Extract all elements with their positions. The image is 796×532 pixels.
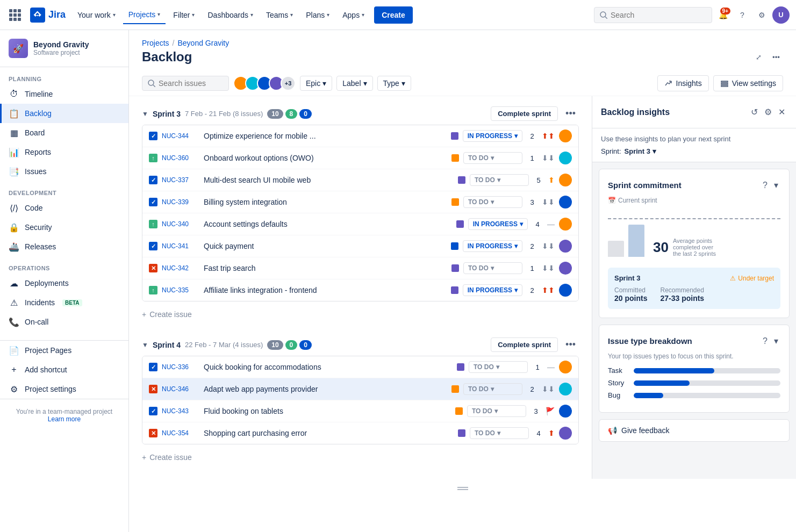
table-row[interactable]: ✓ NUC-339 Billing system integration TO … (142, 191, 578, 213)
issue-key[interactable]: NUC-342 (162, 264, 199, 272)
issue-summary[interactable]: Shopping cart purchasing error (204, 429, 454, 437)
sidebar-item-code[interactable]: ⟨/⟩ Code (0, 198, 128, 218)
status-badge[interactable]: IN PROGRESS ▾ (463, 284, 522, 296)
issue-search-input[interactable] (159, 79, 223, 88)
create-button[interactable]: Create (374, 6, 413, 24)
sprint4-create-issue-button[interactable]: + Create issue (142, 449, 579, 466)
table-row[interactable]: ✓ NUC-344 Optimize experience for mobile… (142, 125, 578, 147)
status-badge[interactable]: TO DO ▾ (470, 174, 529, 186)
nav-plans[interactable]: Plans ▾ (300, 6, 335, 24)
status-badge[interactable]: IN PROGRESS ▾ (468, 218, 528, 230)
app-switcher-icon[interactable] (6, 6, 24, 24)
nav-apps[interactable]: Apps ▾ (337, 6, 370, 24)
sidebar-item-project-pages[interactable]: 📄 Project Pages (0, 341, 128, 360)
issue-summary[interactable]: Quick payment (204, 242, 447, 250)
issue-key[interactable]: NUC-341 (162, 242, 199, 250)
issue-key[interactable]: NUC-336 (162, 363, 199, 371)
table-row[interactable]: ✓ NUC-337 Multi-dest search UI mobile we… (142, 169, 578, 191)
sidebar-item-add-shortcut[interactable]: + Add shortcut (0, 360, 128, 379)
insights-sprint-select[interactable]: Sprint 3 ▾ (625, 147, 656, 155)
issue-key[interactable]: NUC-344 (162, 132, 199, 140)
logo[interactable]: Jira (30, 8, 66, 23)
sidebar-item-releases[interactable]: 🚢 Releases (0, 237, 128, 256)
sidebar-item-project-settings[interactable]: ⚙ Project settings (0, 379, 128, 399)
sidebar-project[interactable]: 🚀 Beyond Gravity Software project (0, 30, 128, 67)
sidebar-item-security[interactable]: 🔒 Security (0, 218, 128, 237)
commitment-help-button[interactable]: ? (761, 178, 770, 192)
sprint3-complete-button[interactable]: Complete sprint (491, 106, 558, 121)
table-row[interactable]: ↑ NUC-340 Account settings defaults IN P… (142, 213, 578, 235)
issue-key[interactable]: NUC-335 (162, 286, 199, 294)
status-badge[interactable]: IN PROGRESS ▾ (463, 240, 522, 252)
status-badge[interactable]: TO DO ▾ (463, 383, 522, 395)
resize-handle[interactable] (129, 479, 796, 498)
expand-button[interactable]: ⤢ (752, 50, 765, 64)
search-input[interactable] (611, 11, 697, 19)
feedback-button[interactable]: 📢 Give feedback (599, 419, 790, 442)
table-row[interactable]: ↑ NUC-335 Affiliate links integration - … (142, 279, 578, 301)
issue-summary[interactable]: Billing system integration (204, 198, 447, 206)
epic-filter[interactable]: Epic ▾ (300, 76, 332, 91)
table-row[interactable]: ✕ NUC-354 Shopping cart purchasing error… (142, 422, 578, 444)
status-badge[interactable]: TO DO ▾ (463, 196, 522, 208)
more-options-button[interactable]: ••• (769, 50, 783, 64)
table-row[interactable]: ✓ NUC-343 Fluid booking on tablets TO DO… (142, 400, 578, 422)
sprint3-create-issue-button[interactable]: + Create issue (142, 306, 579, 323)
help-button[interactable]: ? (734, 6, 751, 24)
notifications-button[interactable]: 🔔 9+ (714, 6, 732, 24)
breakdown-help-button[interactable]: ? (761, 334, 770, 348)
sidebar-item-issues[interactable]: 📑 Issues (0, 162, 128, 181)
user-avatar[interactable]: U (772, 6, 790, 24)
sidebar-item-deployments[interactable]: ☁ Deployments (0, 274, 128, 293)
nav-filter[interactable]: Filter ▾ (168, 6, 200, 24)
breadcrumb-project[interactable]: Beyond Gravity (177, 39, 229, 47)
status-badge[interactable]: TO DO ▾ (467, 405, 526, 417)
table-row[interactable]: ↑ NUC-360 Onboard workout options (OWO) … (142, 147, 578, 169)
commitment-chevron-button[interactable]: ▾ (772, 178, 780, 192)
sidebar-item-timeline[interactable]: ⏱ Timeline (0, 84, 128, 104)
sprint4-complete-button[interactable]: Complete sprint (491, 337, 558, 352)
sprint3-more-button[interactable]: ••• (562, 106, 579, 121)
status-badge[interactable]: IN PROGRESS ▾ (463, 130, 522, 142)
issue-key[interactable]: NUC-340 (162, 220, 199, 228)
sidebar-item-backlog[interactable]: 📋 Backlog (0, 104, 128, 123)
issue-summary[interactable]: Account settings defaults (204, 220, 452, 228)
issue-key[interactable]: NUC-354 (162, 429, 199, 437)
sprint4-more-button[interactable]: ••• (562, 337, 579, 353)
issue-search[interactable] (142, 76, 229, 91)
breadcrumb-projects[interactable]: Projects (142, 39, 169, 47)
status-badge[interactable]: TO DO ▾ (469, 361, 528, 373)
search-box[interactable] (594, 7, 712, 23)
sidebar-item-reports[interactable]: 📊 Reports (0, 142, 128, 162)
table-row[interactable]: ✓ NUC-341 Quick payment IN PROGRESS ▾ 2 … (142, 235, 578, 257)
issue-summary[interactable]: Affiliate links integration - frontend (204, 286, 447, 294)
issue-key[interactable]: NUC-337 (162, 176, 199, 184)
issue-summary[interactable]: Adapt web app payments provider (204, 385, 447, 393)
insights-settings-button[interactable]: ⚙ (762, 105, 774, 119)
status-badge[interactable]: TO DO ▾ (470, 427, 529, 439)
avatar-filter[interactable]: +3 (233, 76, 296, 91)
issue-key[interactable]: NUC-360 (162, 154, 199, 162)
learn-more-link[interactable]: Learn more (48, 415, 81, 423)
issue-summary[interactable]: Optimize experience for mobile ... (204, 132, 447, 140)
issue-summary[interactable]: Onboard workout options (OWO) (204, 154, 447, 162)
breakdown-chevron-button[interactable]: ▾ (772, 334, 780, 348)
issue-key[interactable]: NUC-346 (162, 385, 199, 393)
nav-your-work[interactable]: Your work ▾ (72, 6, 121, 24)
insights-button[interactable]: Insights (657, 75, 709, 91)
sidebar-item-oncall[interactable]: 📞 On-call (0, 312, 128, 332)
issue-summary[interactable]: Multi-dest search UI mobile web (204, 176, 454, 184)
sidebar-item-board[interactable]: ▦ Board (0, 123, 128, 142)
issue-summary[interactable]: Fast trip search (204, 264, 447, 272)
status-badge[interactable]: TO DO ▾ (463, 152, 522, 164)
table-row[interactable]: ✕ NUC-346 Adapt web app payments provide… (142, 378, 578, 400)
status-badge[interactable]: TO DO ▾ (463, 262, 522, 274)
nav-projects[interactable]: Projects ▾ (123, 6, 166, 24)
nav-teams[interactable]: Teams ▾ (261, 6, 298, 24)
type-filter[interactable]: Type ▾ (377, 76, 411, 91)
avatar-count[interactable]: +3 (281, 76, 296, 91)
issue-key[interactable]: NUC-343 (162, 407, 199, 415)
insights-refresh-button[interactable]: ↺ (749, 105, 760, 119)
nav-dashboards[interactable]: Dashboards ▾ (202, 6, 259, 24)
issue-key[interactable]: NUC-339 (162, 198, 199, 206)
